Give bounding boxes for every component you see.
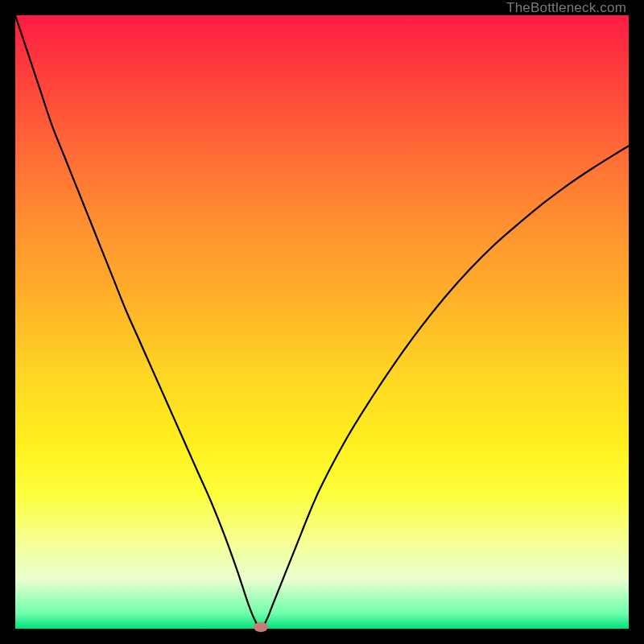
watermark-text: TheBottleneck.com bbox=[506, 0, 626, 16]
bottleneck-curve bbox=[15, 15, 629, 629]
optimal-point-marker bbox=[254, 622, 268, 632]
plot-area bbox=[15, 15, 629, 629]
chart-frame: TheBottleneck.com bbox=[0, 0, 644, 644]
